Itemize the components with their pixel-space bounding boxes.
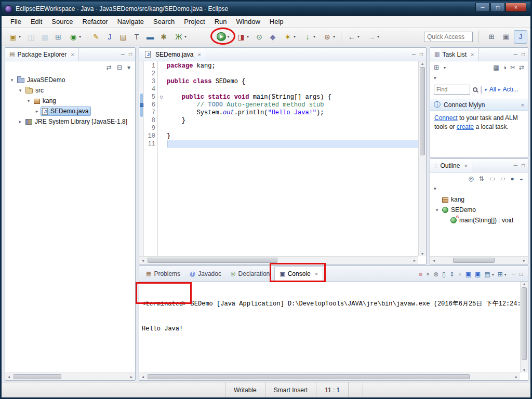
- expand-arrow-icon[interactable]: ▾: [25, 98, 32, 103]
- scroll-right-icon[interactable]: ▸: [128, 375, 135, 379]
- categorized-icon[interactable]: ▦: [493, 64, 499, 71]
- maximize-icon[interactable]: □: [522, 51, 525, 57]
- titlebar[interactable]: EclipseEEWorkspace - Java - JavaSEDemo/s…: [2, 2, 530, 16]
- menu-run[interactable]: Run: [210, 16, 232, 27]
- close-icon[interactable]: ×: [71, 51, 74, 58]
- scroll-track[interactable]: [419, 66, 426, 251]
- hide-fields-icon[interactable]: ▭: [489, 175, 495, 182]
- minimize-icon[interactable]: ─: [512, 271, 515, 277]
- remove-launch-icon[interactable]: ×: [426, 271, 430, 278]
- scroll-thumb[interactable]: [453, 258, 495, 263]
- mylyn-link-create[interactable]: create: [457, 123, 474, 130]
- menu-search[interactable]: Search: [149, 16, 179, 27]
- code-line[interactable]: public class SEDemo {: [167, 78, 418, 86]
- maximize-icon[interactable]: □: [520, 271, 523, 277]
- editor-vscrollbar[interactable]: ▴ ▾: [418, 61, 426, 256]
- plugin-button[interactable]: ◆: [266, 30, 280, 44]
- dropdown-caret-icon[interactable]: ▾: [333, 34, 335, 39]
- quick-access-input[interactable]: [424, 32, 473, 42]
- template-button[interactable]: T: [130, 30, 143, 44]
- editor-code-area[interactable]: package kang; public class SEDemo { publ…: [165, 61, 418, 256]
- filter-icon[interactable]: ✂: [510, 64, 515, 71]
- console-tab-problems[interactable]: ▦Problems: [141, 266, 185, 281]
- expand-arrow-icon[interactable]: ▾: [8, 77, 16, 83]
- close-icon[interactable]: ×: [197, 51, 201, 58]
- link-editor-icon[interactable]: ⇄: [519, 64, 524, 71]
- code-line[interactable]: }: [167, 117, 418, 125]
- console-hscrollbar[interactable]: ◂ ▸: [139, 373, 520, 380]
- menu-project[interactable]: Project: [179, 16, 209, 27]
- outline-hscrollbar[interactable]: ◂ ▸: [430, 256, 528, 264]
- tree-item-main-string-void[interactable]: main(String[]) : void: [430, 215, 528, 225]
- dropdown-caret-icon[interactable]: ▾: [184, 34, 187, 39]
- close-icon[interactable]: ×: [315, 271, 318, 277]
- code-line[interactable]: }: [167, 132, 418, 140]
- code-line[interactable]: package kang;: [167, 62, 418, 70]
- tree-item-javasedemo[interactable]: ▾JavaSEDemo: [5, 75, 135, 85]
- display-console-icon[interactable]: ▤: [484, 271, 490, 278]
- java-perspective-button[interactable]: J: [514, 30, 527, 44]
- task-list-tab[interactable]: ▥ Task List ×: [430, 48, 479, 61]
- menu-help[interactable]: Help: [265, 16, 288, 27]
- tree-item-sedemo[interactable]: ▾SEDemo: [430, 205, 528, 215]
- console-view-button[interactable]: ▬: [143, 30, 157, 44]
- scroll-thumb[interactable]: [522, 287, 527, 360]
- new-wizard-button[interactable]: ▣▾: [5, 30, 24, 44]
- console-tab-console[interactable]: ▣Console×: [274, 266, 323, 282]
- code-line[interactable]: public static void main(String[] args) {: [167, 94, 418, 101]
- focus-icon[interactable]: ◎: [468, 175, 473, 182]
- scroll-right-icon[interactable]: ▸: [411, 258, 418, 263]
- forward-button[interactable]: →▾: [363, 30, 383, 44]
- dropdown-caret-icon[interactable]: ▾: [79, 34, 81, 39]
- run-button[interactable]: ▶▾: [213, 30, 233, 44]
- scroll-up-icon[interactable]: ▴: [523, 282, 525, 286]
- menu-refactor[interactable]: Refactor: [78, 16, 113, 27]
- expand-arrow-icon[interactable]: ▾: [433, 207, 441, 212]
- maximize-button[interactable]: □: [490, 3, 505, 12]
- pin-console-icon[interactable]: +: [458, 271, 462, 278]
- expand-arrow-icon[interactable]: ▸: [17, 119, 24, 124]
- scroll-track[interactable]: [521, 286, 528, 368]
- javaee-perspective-button[interactable]: ▣: [499, 30, 513, 44]
- close-button[interactable]: ×: [506, 3, 526, 12]
- new-task-icon[interactable]: ⊞: [434, 64, 439, 71]
- fold-marker-icon[interactable]: ⊖: [158, 94, 165, 101]
- minimize-icon[interactable]: ─: [121, 51, 125, 57]
- maximize-icon[interactable]: □: [129, 51, 132, 57]
- hide-static-icon[interactable]: ▱: [500, 175, 505, 182]
- code-line[interactable]: [167, 86, 418, 94]
- minimize-icon[interactable]: ─: [514, 163, 517, 168]
- package-explorer-tab[interactable]: ▤ Package Explorer ×: [5, 48, 79, 61]
- close-icon[interactable]: ×: [471, 51, 474, 58]
- coverage-button[interactable]: ◨▾: [233, 30, 252, 44]
- outline-tab[interactable]: ≡ Outline ×: [430, 159, 472, 172]
- find-input[interactable]: [434, 85, 470, 95]
- scroll-right-icon[interactable]: ▸: [521, 258, 528, 263]
- open-resource-button[interactable]: ✎: [89, 30, 103, 44]
- java-element-button[interactable]: J: [103, 30, 116, 44]
- import-button[interactable]: ↓▾: [299, 30, 319, 44]
- scroll-track[interactable]: [147, 257, 411, 264]
- close-icon[interactable]: ×: [521, 102, 524, 108]
- scroll-thumb[interactable]: [420, 67, 425, 155]
- link-editor-icon[interactable]: ⇄: [107, 64, 112, 71]
- clear-console-icon[interactable]: ▯: [442, 271, 446, 278]
- minimize-icon[interactable]: ─: [412, 51, 416, 57]
- scroll-down-icon[interactable]: ▾: [523, 368, 525, 373]
- scroll-track[interactable]: [12, 373, 128, 380]
- library-button[interactable]: ▤: [116, 30, 130, 44]
- sort-icon[interactable]: ⇅: [479, 175, 484, 182]
- scroll-thumb[interactable]: [148, 374, 470, 379]
- console-vscrollbar[interactable]: ▴ ▾: [520, 282, 528, 373]
- dropdown-caret-icon[interactable]: ▾: [492, 272, 494, 277]
- scroll-up-icon[interactable]: ▴: [421, 61, 423, 66]
- tree-item-jre-system-library-javase-1-8[interactable]: ▸JRE System Library [JavaSE-1.8]: [5, 116, 135, 127]
- scroll-left-icon[interactable]: ◂: [5, 375, 12, 379]
- debug-button[interactable]: Ж▾: [170, 30, 190, 44]
- scroll-lock-icon[interactable]: ⇕: [449, 271, 455, 278]
- expand-arrow-icon[interactable]: ▸: [33, 109, 41, 114]
- todo-task-marker-icon[interactable]: [140, 103, 143, 107]
- show-stdout-icon[interactable]: ▣: [466, 271, 471, 278]
- view-menu-icon[interactable]: ▾: [127, 64, 130, 71]
- open-type-button[interactable]: ⊞: [51, 30, 65, 44]
